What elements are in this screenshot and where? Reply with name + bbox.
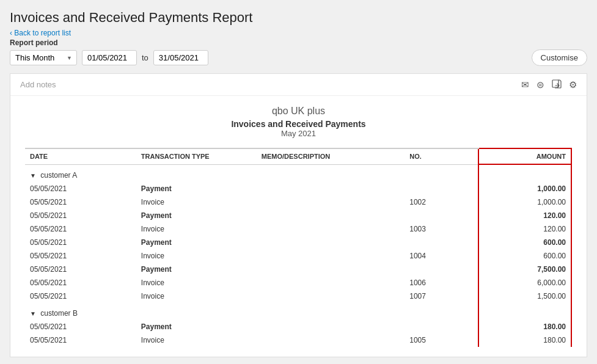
page-container: Invoices and Received Payments Report Ba… xyxy=(0,0,597,364)
row-type: Payment xyxy=(136,263,257,276)
row-no xyxy=(405,209,478,222)
settings-icon[interactable]: ⚙ xyxy=(569,79,577,90)
row-date: 05/05/2021 xyxy=(25,222,136,236)
row-no: 1004 xyxy=(405,249,478,263)
table-row: 05/05/2021 Payment 1,000.00 xyxy=(25,182,571,195)
customer-name: ▼ customer B xyxy=(25,303,478,320)
row-amount: 180.00 xyxy=(478,333,571,347)
report-table: DATE TRANSACTION TYPE MEMO/DESCRIPTION N… xyxy=(25,148,572,347)
row-date: 05/05/2021 xyxy=(25,195,136,209)
row-date: 05/05/2021 xyxy=(25,263,136,276)
add-notes-link[interactable]: Add notes xyxy=(20,80,56,89)
company-name: qbo UK plus xyxy=(25,106,572,117)
table-row: 05/05/2021 Payment 600.00 xyxy=(25,236,571,249)
row-type: Invoice xyxy=(136,222,257,236)
table-row: 05/05/2021 Invoice 1004 600.00 xyxy=(25,249,571,263)
date-to-input[interactable] xyxy=(153,50,208,65)
customer-amount-cell xyxy=(478,164,571,182)
row-date: 05/05/2021 xyxy=(25,236,136,249)
report-content: qbo UK plus Invoices and Received Paymen… xyxy=(10,96,587,357)
row-no: 1002 xyxy=(405,195,478,209)
row-memo xyxy=(257,222,405,236)
col-header-amount: AMOUNT xyxy=(478,148,571,164)
row-type: Payment xyxy=(136,182,257,195)
row-type: Payment xyxy=(136,320,257,333)
row-no xyxy=(405,320,478,333)
email-icon[interactable]: ✉ xyxy=(521,79,529,90)
report-title: Invoices and Received Payments xyxy=(25,119,572,129)
customer-amount-cell xyxy=(478,303,571,320)
row-type: Invoice xyxy=(136,195,257,209)
table-row: 05/05/2021 Invoice 1003 120.00 xyxy=(25,222,571,236)
table-row: 05/05/2021 Invoice 1007 1,500.00 xyxy=(25,289,571,303)
row-date: 05/05/2021 xyxy=(25,182,136,195)
row-date: 05/05/2021 xyxy=(25,320,136,333)
controls-row: This Month Last Month This Quarter Custo… xyxy=(10,49,587,66)
row-type: Invoice xyxy=(136,333,257,347)
date-from-input[interactable] xyxy=(82,50,137,65)
customer-row: ▼ customer B xyxy=(25,303,571,320)
table-row: 05/05/2021 Invoice 1006 6,000.00 xyxy=(25,276,571,289)
row-amount: 180.00 xyxy=(478,320,571,333)
row-amount: 600.00 xyxy=(478,249,571,263)
row-type: Invoice xyxy=(136,249,257,263)
period-select[interactable]: This Month Last Month This Quarter Custo… xyxy=(10,50,77,65)
row-no xyxy=(405,263,478,276)
row-date: 05/05/2021 xyxy=(25,209,136,222)
row-amount: 7,500.00 xyxy=(478,263,571,276)
col-header-type: TRANSACTION TYPE xyxy=(136,148,257,164)
table-header-row: DATE TRANSACTION TYPE MEMO/DESCRIPTION N… xyxy=(25,148,571,164)
controls-left: This Month Last Month This Quarter Custo… xyxy=(10,50,208,65)
row-type: Invoice xyxy=(136,289,257,303)
report-period-label: Report period xyxy=(10,38,587,47)
row-amount: 6,000.00 xyxy=(478,276,571,289)
row-memo xyxy=(257,209,405,222)
row-amount: 1,500.00 xyxy=(478,289,571,303)
toolbar-icons: ✉ ⊜ ⚙ xyxy=(521,79,577,90)
row-no: 1007 xyxy=(405,289,478,303)
row-amount: 1,000.00 xyxy=(478,195,571,209)
report-header: qbo UK plus Invoices and Received Paymen… xyxy=(25,106,572,138)
row-type: Invoice xyxy=(136,276,257,289)
col-header-memo: MEMO/DESCRIPTION xyxy=(257,148,405,164)
row-memo xyxy=(257,236,405,249)
row-no xyxy=(405,236,478,249)
row-amount: 120.00 xyxy=(478,209,571,222)
expand-icon[interactable]: ▼ xyxy=(30,172,36,179)
col-header-date: DATE xyxy=(25,148,136,164)
report-area: Add notes ✉ ⊜ ⚙ qbo UK plus Invoices and… xyxy=(10,73,587,357)
to-label: to xyxy=(142,53,148,62)
row-memo xyxy=(257,195,405,209)
period-select-wrapper: This Month Last Month This Quarter Custo… xyxy=(10,50,77,65)
print-icon[interactable]: ⊜ xyxy=(537,79,544,90)
row-date: 05/05/2021 xyxy=(25,333,136,347)
row-type: Payment xyxy=(136,236,257,249)
row-no: 1003 xyxy=(405,222,478,236)
back-to-report-list-link[interactable]: Back to report list xyxy=(10,29,71,37)
row-no: 1006 xyxy=(405,276,478,289)
table-row: 05/05/2021 Payment 7,500.00 xyxy=(25,263,571,276)
row-type: Payment xyxy=(136,209,257,222)
customer-name: ▼ customer A xyxy=(25,164,478,182)
expand-icon[interactable]: ▼ xyxy=(30,310,36,317)
row-memo xyxy=(257,320,405,333)
customer-row: ▼ customer A xyxy=(25,164,571,182)
row-date: 05/05/2021 xyxy=(25,249,136,263)
table-row: 05/05/2021 Invoice 1002 1,000.00 xyxy=(25,195,571,209)
row-amount: 120.00 xyxy=(478,222,571,236)
row-memo xyxy=(257,182,405,195)
row-memo xyxy=(257,289,405,303)
row-memo xyxy=(257,249,405,263)
customise-button[interactable]: Customise xyxy=(532,49,587,66)
row-amount: 1,000.00 xyxy=(478,182,571,195)
page-title: Invoices and Received Payments Report xyxy=(10,10,587,26)
row-memo xyxy=(257,263,405,276)
table-row: 05/05/2021 Payment 180.00 xyxy=(25,320,571,333)
report-date-range: May 2021 xyxy=(25,129,572,138)
row-date: 05/05/2021 xyxy=(25,289,136,303)
row-amount: 600.00 xyxy=(478,236,571,249)
row-memo xyxy=(257,333,405,347)
row-memo xyxy=(257,276,405,289)
row-no xyxy=(405,182,478,195)
export-icon[interactable] xyxy=(552,79,562,90)
